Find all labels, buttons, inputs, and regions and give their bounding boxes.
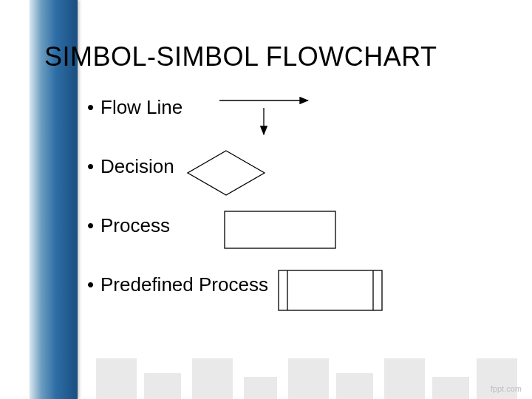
slide-title: SIMBOL-SIMBOL FLOWCHART [44,41,510,72]
list-item: •Decision [87,155,502,214]
svg-rect-3 [225,211,335,248]
rectangle-icon [222,208,355,267]
list-item: •Process [87,214,502,273]
bullet-label: •Predefined Process [87,273,268,296]
slide: SIMBOL-SIMBOL FLOWCHART •Flow Line •Deci… [0,0,532,399]
predefined-process-symbol [268,273,502,332]
bullet-text: Decision [100,155,174,177]
arrow-icon [212,90,360,149]
footer-decoration [0,340,532,399]
process-symbol [170,214,502,273]
bullet-text: Flow Line [100,96,183,118]
list-item: •Flow Line [87,96,502,155]
bullet-list: •Flow Line •Decision [87,96,502,332]
bullet-label: •Decision [87,155,174,178]
decision-symbol [174,155,502,214]
watermark: fppt.com [491,384,522,393]
bullet-text: Process [100,214,170,236]
svg-rect-4 [279,270,382,310]
predefined-rectangle-icon [276,267,401,327]
bullet-label: •Process [87,214,170,237]
diamond-icon [182,146,285,205]
svg-marker-2 [188,151,265,195]
list-item: •Predefined Process [87,273,502,332]
bullet-text: Predefined Process [100,273,268,296]
bullet-label: •Flow Line [87,96,183,119]
